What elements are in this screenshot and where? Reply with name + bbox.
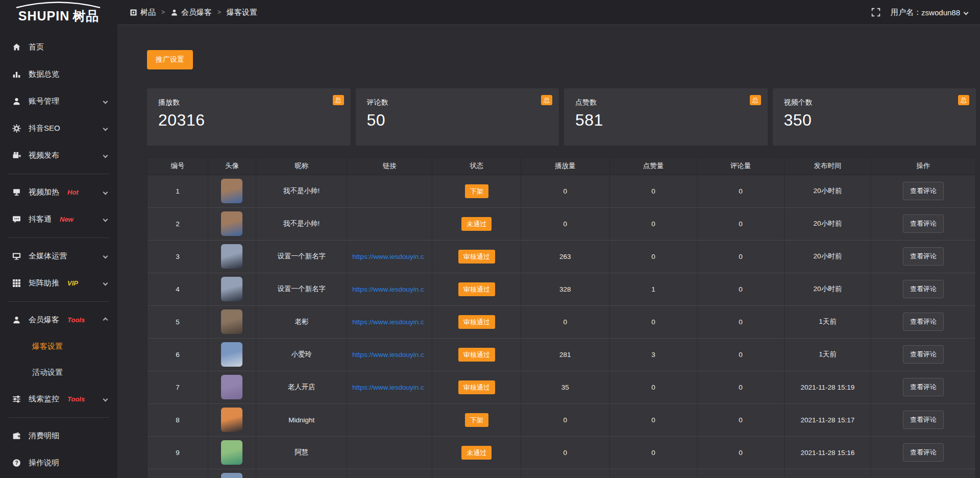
table-row: 9阿慧未通过0002021-11-28 15:16查看评论 (148, 436, 975, 469)
sidebar-divider (8, 301, 109, 302)
sidebar-item-video-publish[interactable]: 视频发布 (0, 142, 117, 169)
sliders-icon (12, 395, 21, 403)
cell-plays: 0 (521, 436, 609, 469)
sidebar-item-label: 线索监控 (29, 394, 59, 404)
cell-link (347, 436, 432, 469)
cell-nickname: 我不是小帅! (256, 207, 347, 240)
sidebar-item-consume-detail[interactable]: 消费明细 (0, 422, 117, 449)
view-comments-button[interactable]: 查看评论 (903, 411, 944, 429)
user-menu[interactable]: 用户名：zswodun88 (891, 8, 968, 17)
cell (697, 469, 784, 478)
status-button[interactable]: 未通过 (461, 217, 492, 231)
video-icon (12, 151, 21, 160)
stat-card-4: 视频个数总350 (773, 88, 976, 146)
status-button[interactable]: 审核通过 (458, 348, 495, 362)
breadcrumb-label: 会员爆客 (181, 8, 212, 17)
cell-action: 查看评论 (871, 207, 975, 240)
cell-action: 查看评论 (871, 403, 975, 436)
sidebar-badge: Tools (67, 395, 85, 403)
sidebar-item-member-baoke[interactable]: 会员爆客Tools (0, 306, 117, 333)
status-button[interactable]: 审核通过 (458, 282, 495, 296)
view-comments-button[interactable]: 查看评论 (903, 378, 944, 396)
view-comments-button[interactable]: 查看评论 (903, 345, 944, 364)
status-button[interactable]: 未通过 (461, 446, 492, 460)
avatar (221, 211, 242, 236)
breadcrumb-item[interactable]: 会员爆客 (170, 8, 212, 17)
breadcrumb-separator: > (161, 9, 165, 16)
cell-publish-time: 20小时前 (784, 240, 871, 273)
cell-plays: 328 (521, 273, 609, 305)
chevron-down-icon (103, 99, 108, 104)
column-header: 头像 (208, 158, 256, 175)
status-button[interactable]: 下架 (465, 413, 488, 427)
sidebar-subitem-activity-settings[interactable]: 活动设置 (0, 360, 117, 386)
view-comments-button[interactable]: 查看评论 (903, 313, 944, 331)
cell-comments: 0 (697, 175, 784, 207)
sidebar-item-douyin-seo[interactable]: 抖音SEO (0, 115, 117, 142)
cell-id: 1 (148, 175, 208, 207)
cell-likes: 3 (609, 338, 697, 371)
sidebar-item-data-overview[interactable]: 数据总览 (0, 61, 117, 88)
view-comments-button[interactable]: 查看评论 (903, 182, 944, 200)
sidebar-subitem-baoke-settings[interactable]: 爆客设置 (0, 333, 117, 360)
topbar-right: 用户名：zswodun88 (871, 8, 968, 17)
cell-plays: 281 (521, 338, 609, 371)
cell-action: 查看评论 (871, 371, 975, 403)
cell-nickname: 老彬 (256, 305, 347, 338)
cell-publish-time: 2021-11-28 15:17 (784, 403, 871, 436)
cell-plays: 263 (521, 240, 609, 273)
sidebar: SHUPIN树品 首页数据总览账号管理抖音SEO视频发布视频加热Hot抖客通Ne… (0, 0, 117, 478)
cell-likes: 0 (609, 240, 697, 273)
status-button[interactable]: 审核通过 (458, 380, 495, 394)
column-header: 编号 (148, 158, 208, 175)
breadcrumb: 树品>会员爆客>爆客设置 (130, 8, 257, 17)
sidebar-item-video-heat[interactable]: 视频加热Hot (0, 179, 117, 206)
video-link[interactable]: https://www.iesdouyin.c (352, 253, 424, 260)
stat-label: 播放数 (158, 98, 339, 107)
sidebar-item-label: 视频加热 (29, 187, 59, 197)
cell-id: 2 (148, 207, 208, 240)
cell-likes: 0 (609, 305, 697, 338)
sidebar-item-clue-monitor[interactable]: 线索监控Tools (0, 386, 117, 413)
view-comments-button[interactable]: 查看评论 (903, 443, 944, 462)
sidebar-item-operation-guide[interactable]: ?操作说明 (0, 449, 117, 476)
cell-comments: 0 (697, 371, 784, 403)
promo-settings-button[interactable]: 推广设置 (147, 50, 193, 69)
breadcrumb-item[interactable]: 树品 (130, 8, 156, 17)
sidebar-item-douketong[interactable]: 抖客通New (0, 206, 117, 233)
sidebar-item-account-manage[interactable]: 账号管理 (0, 88, 117, 115)
cell-avatar (208, 371, 256, 403)
chevron-down-icon (964, 10, 969, 15)
sidebar-item-media-operation[interactable]: 全媒体运营 (0, 243, 117, 270)
breadcrumb-label: 树品 (140, 8, 156, 17)
table-row: 8Midnight下架0002021-11-28 15:17查看评论 (148, 403, 975, 436)
view-comments-button[interactable]: 查看评论 (903, 214, 944, 233)
view-comments-button[interactable]: 查看评论 (903, 247, 944, 266)
column-header: 操作 (871, 158, 975, 175)
status-button[interactable]: 下架 (465, 184, 488, 198)
cell-comments: 0 (697, 305, 784, 338)
video-link[interactable]: https://www.iesdouyin.c (352, 384, 424, 391)
status-button[interactable]: 审核通过 (458, 250, 495, 264)
sidebar-nav: 首页数据总览账号管理抖音SEO视频发布视频加热Hot抖客通New全媒体运营矩阵助… (0, 27, 117, 476)
avatar (221, 473, 242, 478)
breadcrumb-item[interactable]: 爆客设置 (227, 8, 257, 17)
sidebar-item-home[interactable]: 首页 (0, 34, 117, 61)
cell-id: 9 (148, 436, 208, 469)
video-link[interactable]: https://www.iesdouyin.c (352, 318, 424, 326)
video-link[interactable]: https://www.iesdouyin.c (352, 351, 424, 358)
stat-value: 581 (575, 111, 756, 130)
view-comments-button[interactable]: 查看评论 (903, 280, 944, 298)
cell-link: https://www.iesdouyin.c (347, 273, 432, 305)
cell-avatar (208, 338, 256, 371)
member-icon (170, 9, 178, 16)
sidebar-item-matrix-boost[interactable]: 矩阵助推VIP (0, 270, 117, 297)
cell-link: https://www.iesdouyin.c (347, 371, 432, 403)
stat-total-badge: 总 (333, 95, 344, 105)
cell-publish-time: 20小时前 (784, 273, 871, 305)
cell-publish-time: 2021-11-28 15:19 (784, 371, 871, 403)
fullscreen-icon[interactable] (871, 8, 880, 17)
status-button[interactable]: 审核通过 (458, 315, 495, 329)
cell-likes: 1 (609, 273, 697, 305)
video-link[interactable]: https://www.iesdouyin.c (352, 285, 424, 293)
